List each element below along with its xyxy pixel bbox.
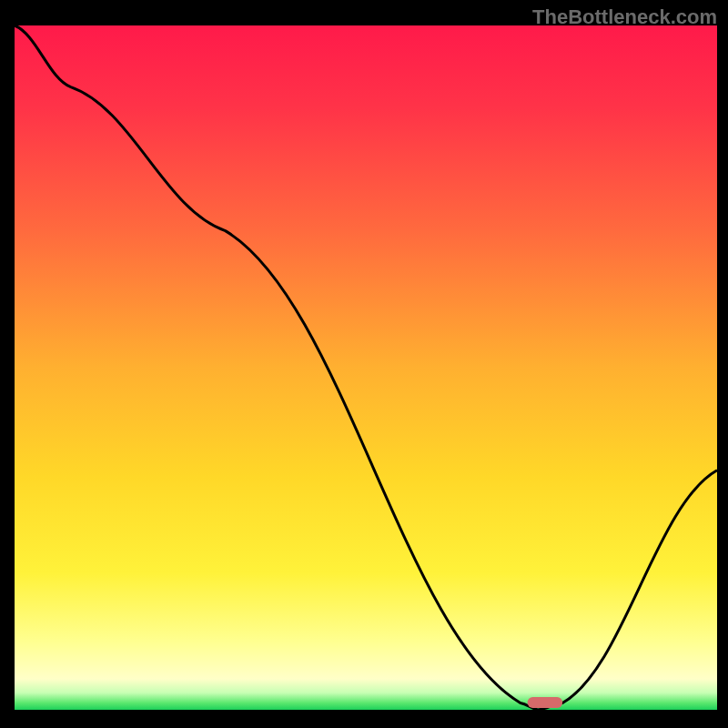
bottleneck-chart: TheBottleneck.com [0, 0, 728, 728]
watermark-text: TheBottleneck.com [532, 5, 717, 29]
gradient-background [15, 25, 717, 710]
optimal-marker [528, 697, 563, 708]
chart-svg [0, 0, 728, 728]
